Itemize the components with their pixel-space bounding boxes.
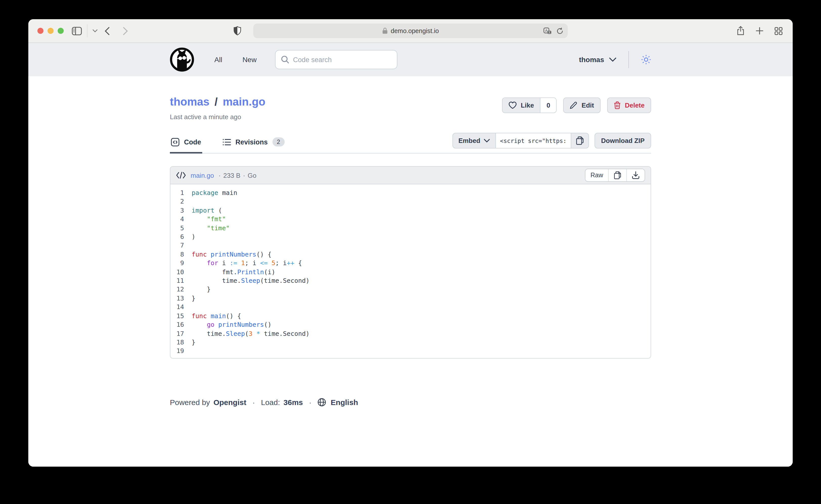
forward-icon[interactable] bbox=[123, 27, 128, 35]
lock-icon bbox=[382, 28, 388, 34]
code-square-icon bbox=[171, 138, 179, 146]
back-icon[interactable] bbox=[105, 27, 110, 35]
desktop: demo.opengist.io A 文 bbox=[0, 0, 821, 504]
code-line: 14 bbox=[170, 303, 651, 312]
code-line: 3import ( bbox=[170, 206, 651, 215]
meta-dot: · bbox=[243, 171, 245, 179]
embed-button[interactable]: Embed bbox=[453, 133, 495, 148]
edit-button[interactable]: Edit bbox=[563, 97, 600, 113]
code-line: 2 bbox=[170, 197, 651, 206]
toolbar-right-actions bbox=[737, 26, 783, 36]
copy-file-icon[interactable] bbox=[609, 169, 627, 181]
code-line: 12 } bbox=[170, 285, 651, 294]
code-line: 18} bbox=[170, 338, 651, 347]
like-count: 0 bbox=[540, 98, 556, 113]
zoom-window-button[interactable] bbox=[58, 28, 64, 34]
tab-overview-icon[interactable] bbox=[775, 27, 783, 35]
tab-revisions[interactable]: Revisions 2 bbox=[222, 134, 286, 153]
window-controls bbox=[37, 28, 64, 34]
search-input[interactable] bbox=[293, 56, 391, 63]
title-separator: / bbox=[213, 95, 220, 108]
embed-snippet-input[interactable] bbox=[495, 133, 571, 148]
code-line: 19 bbox=[170, 347, 651, 356]
page-content: thomas / main.go Last active a minute ag… bbox=[28, 76, 793, 467]
line-number: 2 bbox=[170, 197, 191, 206]
like-button[interactable]: Like bbox=[502, 98, 540, 113]
sidebar-toggle-icon[interactable] bbox=[72, 27, 82, 35]
line-number: 7 bbox=[170, 241, 191, 250]
nav-all[interactable]: All bbox=[215, 56, 222, 64]
line-content: "time" bbox=[191, 223, 230, 232]
line-number: 11 bbox=[170, 276, 191, 285]
user-menu[interactable]: thomas bbox=[579, 56, 616, 64]
address-bar[interactable]: demo.opengist.io A 文 bbox=[253, 23, 568, 38]
line-content: go printNumbers() bbox=[191, 320, 272, 329]
new-tab-icon[interactable] bbox=[756, 27, 763, 35]
nav-new[interactable]: New bbox=[243, 56, 257, 64]
line-number: 17 bbox=[170, 329, 191, 338]
gist-link[interactable]: main.go bbox=[223, 95, 266, 108]
embed-cluster: Embed bbox=[452, 133, 651, 148]
reload-icon[interactable] bbox=[556, 27, 563, 34]
heart-icon bbox=[508, 102, 517, 109]
line-content: } bbox=[191, 285, 211, 294]
line-content: } bbox=[191, 338, 195, 347]
tab-code[interactable]: Code bbox=[170, 134, 202, 153]
line-content: import ( bbox=[191, 206, 222, 215]
file-language: Go bbox=[248, 171, 257, 179]
code-line: 5 "time" bbox=[170, 223, 651, 232]
like-button-group: Like 0 bbox=[502, 97, 557, 113]
brand-link[interactable]: Opengist bbox=[213, 398, 246, 406]
file-code-icon bbox=[176, 172, 186, 179]
line-content: } bbox=[191, 294, 195, 303]
footer-dot: · bbox=[250, 398, 257, 406]
last-active-text: Last active a minute ago bbox=[170, 113, 266, 121]
pencil-icon bbox=[570, 102, 577, 109]
line-content: time.Sleep(time.Second) bbox=[191, 276, 310, 285]
file-actions-group: Raw bbox=[585, 169, 645, 182]
delete-button[interactable]: Delete bbox=[607, 97, 651, 113]
globe-icon bbox=[318, 398, 326, 406]
embed-group: Embed bbox=[452, 133, 589, 148]
meta-dot: · bbox=[219, 171, 221, 179]
sidebar-chevron-icon[interactable] bbox=[92, 29, 97, 32]
close-window-button[interactable] bbox=[37, 28, 43, 34]
line-number: 9 bbox=[170, 259, 191, 268]
history-nav bbox=[105, 27, 128, 35]
like-label: Like bbox=[521, 102, 534, 109]
page-footer: Powered by Opengist · Load: 36ms · Engli… bbox=[170, 398, 651, 426]
owner-link[interactable]: thomas bbox=[170, 95, 210, 108]
shield-extension-icon[interactable] bbox=[234, 26, 241, 36]
language-switcher[interactable]: English bbox=[318, 398, 358, 406]
opengist-logo[interactable] bbox=[170, 47, 194, 72]
line-content: "fmt" bbox=[191, 215, 226, 223]
powered-by-text: Powered by bbox=[170, 398, 210, 406]
theme-toggle-sun-icon[interactable] bbox=[641, 55, 651, 65]
raw-button[interactable]: Raw bbox=[585, 169, 609, 181]
browser-toolbar: demo.opengist.io A 文 bbox=[28, 19, 793, 43]
line-content: time.Sleep(3 * time.Second) bbox=[191, 329, 310, 338]
list-bullet-icon bbox=[223, 138, 231, 146]
line-number: 3 bbox=[170, 206, 191, 215]
line-number: 10 bbox=[170, 267, 191, 276]
download-zip-button[interactable]: Download ZIP bbox=[594, 133, 651, 148]
minimize-window-button[interactable] bbox=[47, 28, 54, 34]
username: thomas bbox=[579, 56, 604, 64]
code-lines[interactable]: 1package main23import (4 "fmt"5 "time"6)… bbox=[170, 184, 651, 358]
share-icon[interactable] bbox=[737, 26, 745, 36]
language-label: English bbox=[331, 398, 358, 406]
file-name-link[interactable]: main.go bbox=[190, 171, 214, 179]
code-line: 11 time.Sleep(time.Second) bbox=[170, 276, 651, 285]
line-number: 6 bbox=[170, 232, 191, 241]
translate-icon[interactable]: A 文 bbox=[543, 27, 551, 34]
code-line: 16 go printNumbers() bbox=[170, 320, 651, 329]
download-file-icon[interactable] bbox=[627, 169, 645, 181]
copy-embed-icon[interactable] bbox=[571, 133, 588, 148]
revisions-count-badge: 2 bbox=[272, 137, 285, 146]
code-line: 6) bbox=[170, 232, 651, 241]
code-line: 7 bbox=[170, 241, 651, 250]
code-line: 8func printNumbers() { bbox=[170, 250, 651, 259]
code-line: 10 fmt.Println(i) bbox=[170, 267, 651, 276]
line-number: 4 bbox=[170, 215, 191, 223]
site-header: All New thomas bbox=[28, 43, 793, 76]
